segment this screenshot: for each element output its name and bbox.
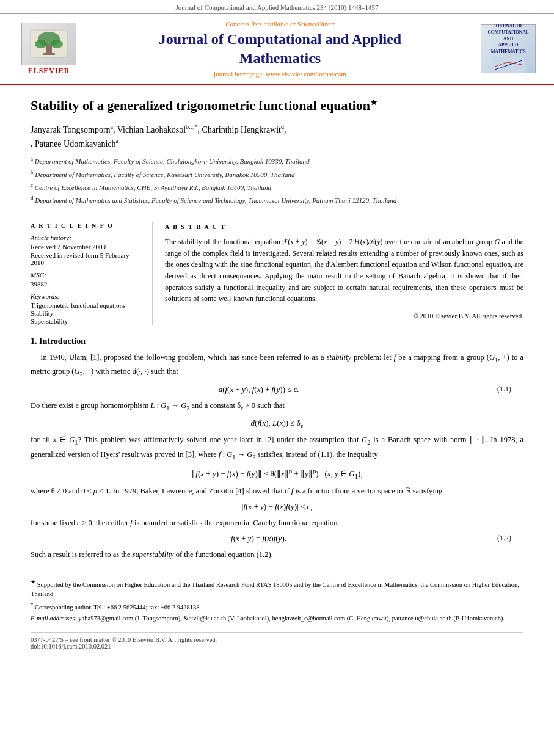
sciencedirect-link-text[interactable]: ScienceDirect [297, 20, 335, 27]
intro-para1: In 1940, Ulam, [1], proposed the followi… [31, 351, 523, 379]
affiliations: a Department of Mathematics, Faculty of … [31, 154, 523, 206]
issn-line: 0377-0427/$ – see front matter © 2010 El… [31, 636, 523, 643]
intro-para5: for some fixed ε > 0, then either f is b… [31, 517, 523, 529]
equation-hyers: ‖f(x + y) − f(x) − f(y)‖ ≤ θ(‖x‖p + ‖y‖p… [31, 467, 523, 480]
intro-para2: Do there exist a group homomorphism L : … [31, 399, 523, 413]
intro-para3: for all x ∈ G1? This problem was affirma… [31, 434, 523, 462]
journal-logo-right: JOURNAL OFCOMPUTATIONAL ANDAPPLIEDMATHEM… [481, 24, 536, 73]
keyword-1: Trigonometric functional equations [31, 302, 143, 309]
abstract-copyright: © 2010 Elsevier B.V. All rights reserved… [165, 311, 523, 321]
article-title: Stability of a generalized trigonometric… [31, 97, 523, 115]
abstract-head: A B S T R A C T [165, 222, 523, 231]
intro-para4: where θ ≠ 0 and 0 ≤ p < 1. In 1979, Bake… [31, 485, 523, 497]
abstract-column: A B S T R A C T The stability of the fun… [165, 222, 523, 325]
sciencedirect-label: Contents lists available at ScienceDirec… [86, 20, 475, 27]
received-date: Received 2 November 2009 [31, 243, 143, 250]
journal-title: Journal of Computational and Applied Mat… [86, 30, 475, 68]
star-footnote: ★ Supported by the Commission on Higher … [31, 578, 523, 599]
equation-baker: |f(x + y) − f(x)f(y)| ≤ ε, [31, 502, 523, 512]
elsevier-logo: ELSEVIER [18, 23, 79, 76]
info-abstract-block: A R T I C L E I N F O Article history: R… [31, 222, 523, 325]
svg-point-3 [51, 40, 63, 48]
equation-1-2: f(x + y) = f(x)f(y). (1.2) [31, 534, 523, 543]
svg-rect-4 [46, 45, 52, 53]
svg-point-2 [35, 40, 47, 48]
doi-line: doi:10.1016/j.cam.2010.02.021 [31, 643, 523, 650]
footnotes: ★ Supported by the Commission on Higher … [31, 573, 523, 623]
revised-date: Received in revised form 5 February 2010 [31, 252, 143, 266]
elsevier-tree-logo [21, 23, 76, 65]
affiliation-b: b Department of Mathematics, Faculty of … [31, 168, 523, 180]
history-label: Article history: [31, 234, 143, 241]
keyword-2: Stability [31, 310, 143, 317]
journal-title-block: Contents lists available at ScienceDirec… [86, 20, 475, 78]
body-section: 1. Introduction In 1940, Ulam, [1], prop… [31, 336, 523, 560]
email-footnote: E-mail addresses: yaba973@gmail.com (J. … [31, 614, 523, 623]
affiliation-a: a Department of Mathematics, Faculty of … [31, 154, 523, 167]
article-info-head: A R T I C L E I N F O [31, 222, 143, 229]
msc-value: 39882 [31, 280, 143, 288]
affiliation-d: d Department of Mathematics and Statisti… [31, 194, 523, 206]
svg-rect-5 [43, 53, 55, 55]
journal-header: ELSEVIER Contents lists available at Sci… [0, 14, 554, 85]
journal-citation: Journal of Computational and Applied Mat… [0, 0, 554, 14]
footer: 0377-0427/$ – see front matter © 2010 El… [31, 632, 523, 650]
main-content: Stability of a generalized trigonometric… [0, 85, 554, 661]
authors: Janyarak Tongsomporna, Vichian Laohakoso… [31, 122, 523, 150]
equation-delta: d(f(x), L(x)) ≤ δε [31, 418, 523, 429]
article-info-column: A R T I C L E I N F O Article history: R… [31, 222, 153, 325]
affiliation-c: c Centre of Excellence in Mathematics, C… [31, 181, 523, 193]
equation-1-1: d(f(x + y), f(x) + f(y)) ≤ ε. (1.1) [31, 385, 523, 394]
keywords-label: Keywords: [31, 293, 143, 300]
header-divider [31, 216, 523, 216]
elsevier-wordmark: ELSEVIER [28, 67, 70, 76]
msc-label: MSC: [31, 271, 143, 278]
keyword-3: Superstability [31, 318, 143, 325]
corresponding-footnote: * Corresponding author. Tel.: +66 2 5625… [31, 601, 523, 612]
intro-para6: Such a result is referred to as the supe… [31, 548, 523, 561]
intro-title: 1. Introduction [31, 336, 523, 346]
journal-homepage: journal homepage: www.elsevier.com/locat… [86, 70, 475, 78]
abstract-text: The stability of the functional equation… [165, 236, 523, 305]
